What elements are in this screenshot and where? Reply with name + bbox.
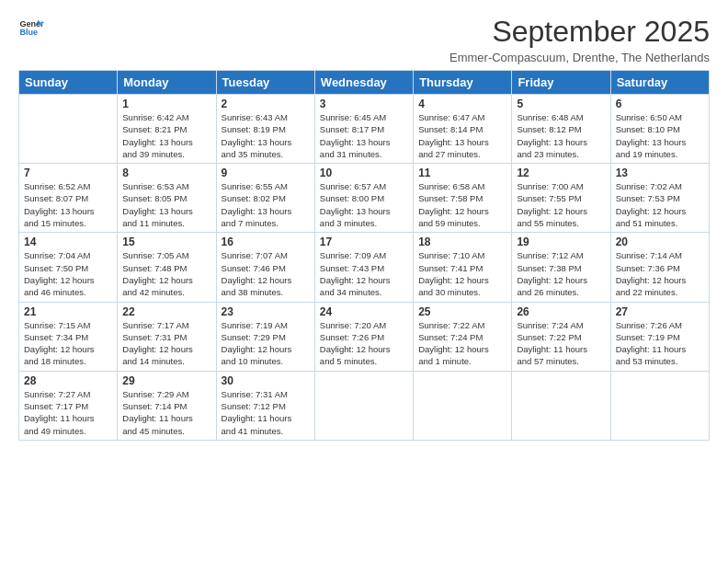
day-cell: 22Sunrise: 7:17 AM Sunset: 7:31 PM Dayli… bbox=[118, 302, 216, 371]
day-number: 22 bbox=[122, 305, 210, 318]
day-number: 25 bbox=[418, 305, 506, 318]
day-number: 13 bbox=[616, 167, 704, 179]
day-cell: 7Sunrise: 6:52 AM Sunset: 8:07 PM Daylig… bbox=[19, 164, 118, 233]
col-tuesday: Tuesday bbox=[216, 71, 314, 95]
day-number: 30 bbox=[222, 374, 310, 387]
col-sunday: Sunday bbox=[19, 71, 118, 95]
day-cell: 9Sunrise: 6:55 AM Sunset: 8:02 PM Daylig… bbox=[216, 164, 314, 233]
day-info: Sunrise: 6:45 AM Sunset: 8:17 PM Dayligh… bbox=[320, 111, 408, 160]
day-info: Sunrise: 7:26 AM Sunset: 7:19 PM Dayligh… bbox=[616, 319, 704, 368]
day-cell: 26Sunrise: 7:24 AM Sunset: 7:22 PM Dayli… bbox=[512, 302, 610, 371]
day-cell: 24Sunrise: 7:20 AM Sunset: 7:26 PM Dayli… bbox=[314, 302, 413, 371]
day-info: Sunrise: 6:53 AM Sunset: 8:05 PM Dayligh… bbox=[122, 180, 210, 229]
col-friday: Friday bbox=[512, 71, 610, 95]
day-info: Sunrise: 7:09 AM Sunset: 7:43 PM Dayligh… bbox=[320, 249, 408, 298]
day-cell: 25Sunrise: 7:22 AM Sunset: 7:24 PM Dayli… bbox=[414, 302, 512, 371]
logo-icon: General Blue bbox=[18, 15, 44, 40]
day-number: 14 bbox=[24, 236, 112, 248]
day-cell: 3Sunrise: 6:45 AM Sunset: 8:17 PM Daylig… bbox=[314, 95, 413, 164]
day-info: Sunrise: 7:24 AM Sunset: 7:22 PM Dayligh… bbox=[517, 319, 605, 368]
day-cell: 11Sunrise: 6:58 AM Sunset: 7:58 PM Dayli… bbox=[414, 164, 512, 233]
day-number: 9 bbox=[222, 167, 310, 179]
month-title: September 2025 bbox=[449, 15, 710, 49]
day-number: 28 bbox=[24, 374, 112, 387]
day-number: 11 bbox=[418, 167, 506, 179]
col-monday: Monday bbox=[118, 71, 216, 95]
day-cell: 15Sunrise: 7:05 AM Sunset: 7:48 PM Dayli… bbox=[118, 233, 216, 302]
day-number: 24 bbox=[320, 305, 408, 318]
title-block: September 2025 Emmer-Compascuum, Drenthe… bbox=[449, 15, 710, 64]
day-info: Sunrise: 7:22 AM Sunset: 7:24 PM Dayligh… bbox=[418, 319, 506, 368]
day-info: Sunrise: 6:58 AM Sunset: 7:58 PM Dayligh… bbox=[418, 180, 506, 229]
day-info: Sunrise: 7:07 AM Sunset: 7:46 PM Dayligh… bbox=[222, 249, 310, 298]
day-number: 10 bbox=[320, 167, 408, 179]
day-cell: 10Sunrise: 6:57 AM Sunset: 8:00 PM Dayli… bbox=[314, 164, 413, 233]
calendar-body: 1Sunrise: 6:42 AM Sunset: 8:21 PM Daylig… bbox=[19, 95, 710, 441]
col-wednesday: Wednesday bbox=[314, 71, 413, 95]
day-number: 18 bbox=[418, 236, 506, 248]
day-cell: 4Sunrise: 6:47 AM Sunset: 8:14 PM Daylig… bbox=[414, 95, 512, 164]
day-cell bbox=[19, 95, 118, 164]
day-number: 29 bbox=[122, 374, 210, 387]
day-number: 15 bbox=[122, 236, 210, 248]
day-number: 6 bbox=[616, 98, 704, 110]
day-info: Sunrise: 7:12 AM Sunset: 7:38 PM Dayligh… bbox=[517, 249, 605, 298]
day-number: 17 bbox=[320, 236, 408, 248]
day-cell: 30Sunrise: 7:31 AM Sunset: 7:12 PM Dayli… bbox=[216, 371, 314, 440]
day-number: 26 bbox=[517, 305, 605, 318]
week-row-3: 14Sunrise: 7:04 AM Sunset: 7:50 PM Dayli… bbox=[19, 233, 710, 302]
day-cell: 21Sunrise: 7:15 AM Sunset: 7:34 PM Dayli… bbox=[19, 302, 118, 371]
day-info: Sunrise: 6:48 AM Sunset: 8:12 PM Dayligh… bbox=[517, 111, 605, 160]
logo: General Blue bbox=[18, 15, 44, 40]
day-info: Sunrise: 7:19 AM Sunset: 7:29 PM Dayligh… bbox=[222, 319, 310, 368]
day-cell: 23Sunrise: 7:19 AM Sunset: 7:29 PM Dayli… bbox=[216, 302, 314, 371]
day-number: 20 bbox=[616, 236, 704, 248]
day-number: 7 bbox=[24, 167, 112, 179]
day-number: 8 bbox=[122, 167, 210, 179]
day-cell: 29Sunrise: 7:29 AM Sunset: 7:14 PM Dayli… bbox=[118, 371, 216, 440]
col-thursday: Thursday bbox=[414, 71, 512, 95]
page: General Blue September 2025 Emmer-Compas… bbox=[0, 0, 728, 452]
day-cell: 20Sunrise: 7:14 AM Sunset: 7:36 PM Dayli… bbox=[610, 233, 709, 302]
week-row-2: 7Sunrise: 6:52 AM Sunset: 8:07 PM Daylig… bbox=[19, 164, 710, 233]
day-cell: 8Sunrise: 6:53 AM Sunset: 8:05 PM Daylig… bbox=[118, 164, 216, 233]
day-cell: 27Sunrise: 7:26 AM Sunset: 7:19 PM Dayli… bbox=[610, 302, 709, 371]
day-number: 16 bbox=[222, 236, 310, 248]
header-row: Sunday Monday Tuesday Wednesday Thursday… bbox=[19, 71, 710, 95]
svg-text:Blue: Blue bbox=[19, 28, 38, 37]
day-info: Sunrise: 7:04 AM Sunset: 7:50 PM Dayligh… bbox=[24, 249, 112, 298]
day-cell bbox=[314, 371, 413, 440]
day-info: Sunrise: 7:29 AM Sunset: 7:14 PM Dayligh… bbox=[122, 388, 210, 437]
day-info: Sunrise: 7:00 AM Sunset: 7:55 PM Dayligh… bbox=[517, 180, 605, 229]
day-info: Sunrise: 7:15 AM Sunset: 7:34 PM Dayligh… bbox=[24, 319, 112, 368]
day-cell: 6Sunrise: 6:50 AM Sunset: 8:10 PM Daylig… bbox=[610, 95, 709, 164]
day-info: Sunrise: 6:50 AM Sunset: 8:10 PM Dayligh… bbox=[616, 111, 704, 160]
day-number: 12 bbox=[517, 167, 605, 179]
day-info: Sunrise: 7:14 AM Sunset: 7:36 PM Dayligh… bbox=[616, 249, 704, 298]
day-info: Sunrise: 7:31 AM Sunset: 7:12 PM Dayligh… bbox=[222, 388, 310, 437]
day-info: Sunrise: 7:20 AM Sunset: 7:26 PM Dayligh… bbox=[320, 319, 408, 368]
day-cell: 19Sunrise: 7:12 AM Sunset: 7:38 PM Dayli… bbox=[512, 233, 610, 302]
day-info: Sunrise: 7:27 AM Sunset: 7:17 PM Dayligh… bbox=[24, 388, 112, 437]
day-cell bbox=[512, 371, 610, 440]
day-number: 3 bbox=[320, 98, 408, 110]
day-info: Sunrise: 7:05 AM Sunset: 7:48 PM Dayligh… bbox=[122, 249, 210, 298]
day-number: 2 bbox=[222, 98, 310, 110]
day-cell: 1Sunrise: 6:42 AM Sunset: 8:21 PM Daylig… bbox=[118, 95, 216, 164]
day-number: 4 bbox=[418, 98, 506, 110]
day-number: 23 bbox=[222, 305, 310, 318]
day-info: Sunrise: 7:02 AM Sunset: 7:53 PM Dayligh… bbox=[616, 180, 704, 229]
day-cell: 18Sunrise: 7:10 AM Sunset: 7:41 PM Dayli… bbox=[414, 233, 512, 302]
day-info: Sunrise: 6:57 AM Sunset: 8:00 PM Dayligh… bbox=[320, 180, 408, 229]
day-cell: 5Sunrise: 6:48 AM Sunset: 8:12 PM Daylig… bbox=[512, 95, 610, 164]
day-cell: 16Sunrise: 7:07 AM Sunset: 7:46 PM Dayli… bbox=[216, 233, 314, 302]
day-number: 21 bbox=[24, 305, 112, 318]
day-number: 19 bbox=[517, 236, 605, 248]
day-number: 27 bbox=[616, 305, 704, 318]
day-cell: 12Sunrise: 7:00 AM Sunset: 7:55 PM Dayli… bbox=[512, 164, 610, 233]
day-info: Sunrise: 7:17 AM Sunset: 7:31 PM Dayligh… bbox=[122, 319, 210, 368]
day-number: 1 bbox=[122, 98, 210, 110]
day-info: Sunrise: 6:55 AM Sunset: 8:02 PM Dayligh… bbox=[222, 180, 310, 229]
calendar: Sunday Monday Tuesday Wednesday Thursday… bbox=[18, 70, 710, 441]
day-info: Sunrise: 6:52 AM Sunset: 8:07 PM Dayligh… bbox=[24, 180, 112, 229]
